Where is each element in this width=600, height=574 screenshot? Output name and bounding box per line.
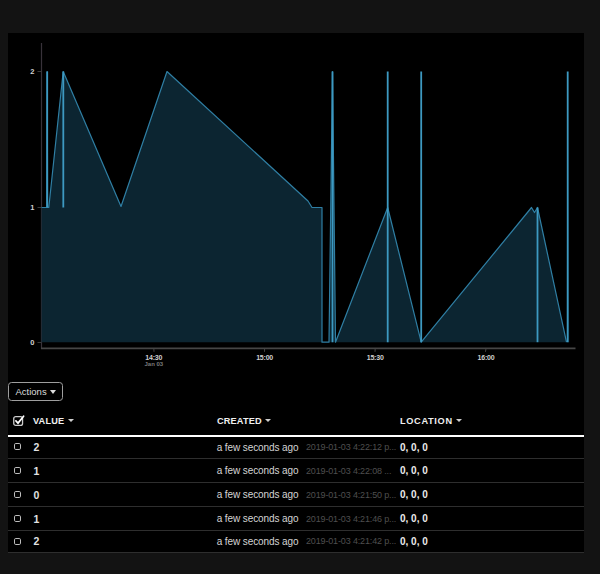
svg-text:16:00: 16:00 bbox=[478, 354, 495, 361]
svg-text:Jan 03: Jan 03 bbox=[144, 361, 163, 367]
svg-text:15:00: 15:00 bbox=[256, 354, 273, 361]
svg-text:2: 2 bbox=[30, 67, 34, 76]
svg-text:1: 1 bbox=[30, 203, 34, 212]
svg-text:0: 0 bbox=[30, 338, 34, 347]
svg-text:15:30: 15:30 bbox=[367, 354, 384, 361]
svg-text:14:30: 14:30 bbox=[145, 354, 162, 361]
